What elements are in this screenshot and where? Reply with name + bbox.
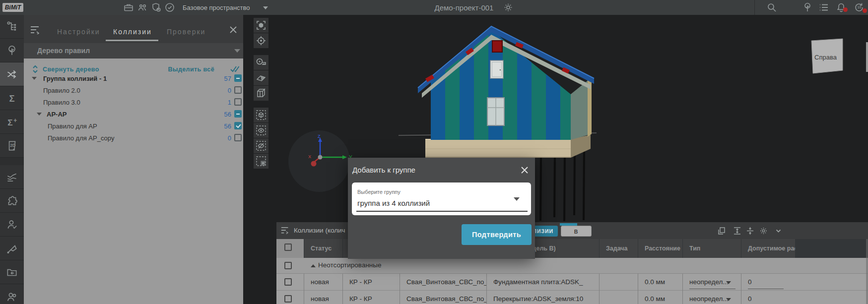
check-circle-icon[interactable]: [164, 1, 176, 13]
sidebar-item-responsible[interactable]: [0, 213, 24, 237]
measure-button[interactable]: [254, 55, 268, 70]
sidebar-item-users[interactable]: [0, 284, 24, 304]
tab-settings[interactable]: Настройки: [57, 28, 100, 39]
collapse-rows-icon[interactable]: [746, 227, 754, 235]
select-all-checkbox[interactable]: [284, 243, 292, 251]
isolate-box-button[interactable]: [254, 108, 268, 122]
section-box-button[interactable]: [254, 86, 268, 101]
cell-rule: КР - КР: [342, 291, 400, 304]
double-check-icon[interactable]: [230, 65, 241, 73]
tab-checks[interactable]: Проверки: [167, 28, 205, 39]
sidebar-item-sum[interactable]: Σ: [0, 86, 24, 110]
tree-row-rule[interactable]: Правило 3.0 1: [24, 97, 243, 108]
col-distance[interactable]: Расстояние: [638, 239, 682, 258]
sidebar-item-sum-add[interactable]: Σ +: [0, 110, 24, 134]
workspace-selector[interactable]: Базовое пространство: [183, 4, 250, 11]
sidebar-item-2d[interactable]: 2D: [0, 134, 24, 158]
caret-down-icon[interactable]: [37, 113, 42, 116]
sidebar-item-charts[interactable]: [0, 165, 24, 189]
group-checkbox[interactable]: [284, 262, 292, 269]
collapse-tree-link[interactable]: Свернуть дерево: [43, 66, 99, 73]
tree-row-checkbox[interactable]: [234, 86, 242, 94]
tree-row-checkbox[interactable]: [234, 122, 242, 129]
table-row[interactable]: новая КР - КР Свая_Винтовая_СВС_по_ТУ_ П…: [276, 291, 868, 304]
show-elements-button[interactable]: [254, 123, 268, 138]
search-icon[interactable]: [766, 1, 778, 13]
tree-row-checkbox[interactable]: [234, 98, 242, 106]
chevron-down-icon[interactable]: [774, 227, 783, 235]
allowed-value: 0: [748, 295, 752, 303]
locate-button[interactable]: [254, 33, 268, 48]
col-status[interactable]: Статус: [304, 239, 342, 258]
shield-icon[interactable]: [150, 1, 162, 13]
collapse-tree-icon: [32, 65, 39, 73]
select-all-link[interactable]: Выделить всё: [168, 66, 214, 73]
dropdown-underline: [689, 289, 735, 289]
col-type[interactable]: Тип: [683, 239, 741, 258]
table-settings-gear-icon[interactable]: [759, 227, 768, 235]
briefcase-icon[interactable]: [123, 1, 134, 13]
project-tree-icon[interactable]: [801, 1, 813, 13]
cell-allowed-input[interactable]: 0: [741, 291, 868, 304]
table-menu-icon[interactable]: [280, 227, 290, 235]
tree-row-rule[interactable]: Правило для АР 56: [24, 121, 243, 132]
tree-row-group[interactable]: АР-АР 56: [24, 109, 243, 120]
sidebar-item-collisions[interactable]: [0, 62, 24, 86]
table-group-row[interactable]: Неотсортированные: [276, 258, 868, 274]
sidebar-item-export[interactable]: [0, 260, 24, 284]
copy-icon[interactable]: [717, 227, 726, 235]
clear-isolation-button[interactable]: [254, 154, 268, 169]
caret-down-icon: [726, 298, 731, 301]
cell-task[interactable]: [599, 291, 638, 304]
col-allowed[interactable]: Допустимое расст: [741, 239, 795, 258]
collapse-group-icon[interactable]: [311, 264, 316, 267]
svg-text:Σ: Σ: [7, 117, 12, 127]
tab-collisions[interactable]: Коллизии: [113, 28, 152, 39]
row-checkbox[interactable]: [284, 278, 292, 286]
hide-elements-button[interactable]: [254, 138, 268, 153]
app-logo[interactable]: BiMiT: [2, 3, 23, 12]
sidebar-item-construction[interactable]: [0, 237, 24, 260]
left-toolbar: Σ Σ + 2D: [0, 15, 24, 304]
sigma-plus-icon: Σ +: [5, 116, 18, 128]
rules-tree-header[interactable]: Дерево правил: [24, 43, 243, 59]
caret-down-icon[interactable]: [32, 77, 37, 80]
nav-cube[interactable]: Справа: [811, 39, 868, 73]
top-bar-divider: [754, 0, 755, 15]
table-row[interactable]: новая КР - КР Свая_Винтовая_СВС_по_ТУ_ Ф…: [276, 274, 868, 291]
tree-row-rule[interactable]: Правило 2.0 0: [24, 85, 243, 96]
col-task[interactable]: Задача: [600, 239, 638, 258]
close-icon: [520, 166, 529, 175]
expand-rows-icon[interactable]: [733, 227, 741, 235]
cell-task[interactable]: [599, 274, 638, 291]
sidebar-item-model-tree[interactable]: [0, 39, 24, 62]
axis-z-label: Z: [318, 134, 321, 139]
list-icon[interactable]: [818, 1, 830, 13]
tree-row-checkbox[interactable]: [234, 134, 242, 141]
dialog-close-button[interactable]: [520, 166, 529, 175]
cell-allowed-input[interactable]: 0: [741, 274, 868, 291]
team-icon[interactable]: [136, 1, 148, 13]
toggle-in-task[interactable]: В ЗАДАЧЕ: [561, 226, 592, 237]
tree-row-rule[interactable]: Правило для АР_copy 0: [24, 133, 243, 144]
panel-menu-icon[interactable]: [30, 25, 42, 34]
cell-type-dropdown[interactable]: неопредел...: [682, 291, 741, 304]
row-checkbox[interactable]: [284, 295, 292, 303]
zoom-fit-button[interactable]: [254, 18, 268, 33]
chevron-down-icon[interactable]: [263, 6, 268, 9]
caret-down-icon[interactable]: [514, 197, 520, 201]
tree-row-checkbox[interactable]: [234, 110, 242, 118]
sidebar-item-plugins[interactable]: [0, 189, 24, 213]
confirm-button[interactable]: Подтвердить: [462, 224, 532, 245]
panel-close-button[interactable]: [228, 25, 238, 35]
table-scrollbar[interactable]: [866, 239, 868, 304]
app-root: Z Y X Справа: [0, 0, 868, 304]
tree-row-group[interactable]: Группа коллизий - 1 57: [24, 73, 243, 84]
section-plane-button[interactable]: [254, 70, 268, 85]
project-settings-gear-icon[interactable]: [502, 1, 514, 13]
cell-type-dropdown[interactable]: неопредел...: [682, 274, 741, 291]
sidebar-item-hierarchy[interactable]: [0, 15, 24, 39]
group-select-field[interactable]: Выберите группу группа из 4 коллизий: [352, 182, 531, 215]
cell-element-b: Перекрытие:ADSK_земля:10: [486, 291, 599, 304]
tree-row-checkbox[interactable]: [234, 74, 242, 82]
